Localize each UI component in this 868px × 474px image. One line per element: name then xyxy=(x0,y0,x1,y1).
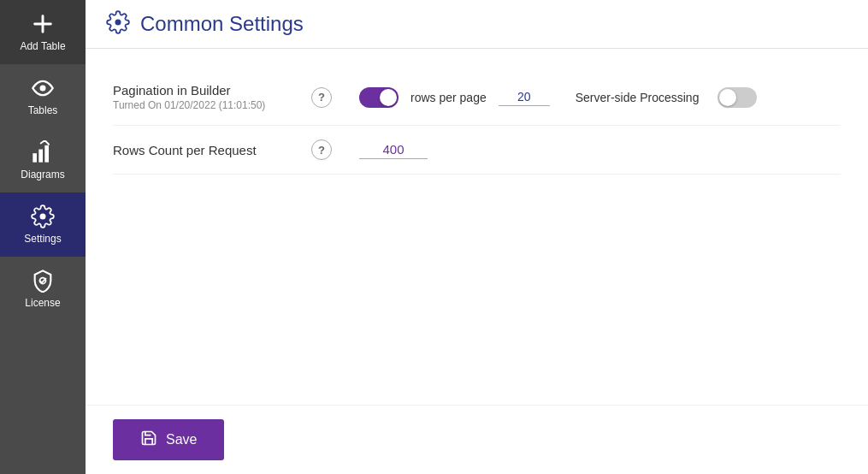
server-processing-toggle-track xyxy=(717,87,757,108)
save-icon xyxy=(140,430,157,450)
main-panel: Common Settings Pagination in Builder Tu… xyxy=(86,0,868,474)
shield-icon xyxy=(31,269,55,293)
pagination-toggle-group: rows per page Server-side Processing xyxy=(359,87,757,108)
settings-section: Pagination in Builder Turned On 01/20/20… xyxy=(113,69,841,175)
sidebar-item-license[interactable]: License xyxy=(0,257,86,321)
svg-point-0 xyxy=(40,86,46,92)
save-label: Save xyxy=(166,432,197,447)
pagination-sublabel: Turned On 01/20/2022 (11:01:50) xyxy=(113,99,301,111)
rows-per-page-input[interactable] xyxy=(499,88,550,106)
rows-count-input[interactable] xyxy=(359,140,428,159)
plus-icon xyxy=(31,12,55,36)
pagination-label: Pagination in Builder xyxy=(113,83,301,98)
eye-icon xyxy=(31,76,55,100)
server-processing-toggle[interactable] xyxy=(717,87,757,108)
sidebar-item-label: License xyxy=(25,297,60,309)
svg-rect-3 xyxy=(44,145,49,163)
page-header: Common Settings xyxy=(86,0,868,49)
rows-per-page-label: rows per page xyxy=(410,91,487,104)
rows-count-label-group: Rows Count per Request xyxy=(113,143,301,157)
sidebar: Add Table Tables Diagrams Settings L xyxy=(0,0,86,474)
page-title: Common Settings xyxy=(140,12,304,36)
rows-count-help-button[interactable]: ? xyxy=(311,139,332,160)
sidebar-item-label: Add Table xyxy=(20,40,65,52)
save-button[interactable]: Save xyxy=(113,419,224,460)
sidebar-item-label: Tables xyxy=(28,104,58,116)
pagination-toggle-thumb xyxy=(380,89,397,106)
rows-count-row: Rows Count per Request ? xyxy=(113,126,841,175)
pagination-toggle[interactable] xyxy=(359,87,399,108)
pagination-toggle-track xyxy=(359,87,399,108)
rows-count-label: Rows Count per Request xyxy=(113,143,301,157)
bar-chart-icon xyxy=(31,140,55,164)
sidebar-item-settings[interactable]: Settings xyxy=(0,193,86,257)
server-processing-label: Server-side Processing xyxy=(576,91,700,104)
server-processing-toggle-thumb xyxy=(719,89,736,106)
sidebar-item-tables[interactable]: Tables xyxy=(0,64,86,128)
pagination-row: Pagination in Builder Turned On 01/20/20… xyxy=(113,69,841,126)
svg-rect-1 xyxy=(32,153,37,163)
sidebar-item-label: Settings xyxy=(24,233,61,245)
svg-rect-2 xyxy=(38,150,43,163)
header-gear-icon xyxy=(106,10,130,38)
pagination-label-group: Pagination in Builder Turned On 01/20/20… xyxy=(113,83,301,111)
footer: Save xyxy=(86,405,868,474)
content-area: Pagination in Builder Turned On 01/20/20… xyxy=(86,49,868,405)
pagination-help-button[interactable]: ? xyxy=(311,87,332,108)
sidebar-item-add-table[interactable]: Add Table xyxy=(0,0,86,64)
sidebar-item-label: Diagrams xyxy=(21,169,64,181)
gear-icon xyxy=(31,204,55,228)
sidebar-item-diagrams[interactable]: Diagrams xyxy=(0,128,86,193)
